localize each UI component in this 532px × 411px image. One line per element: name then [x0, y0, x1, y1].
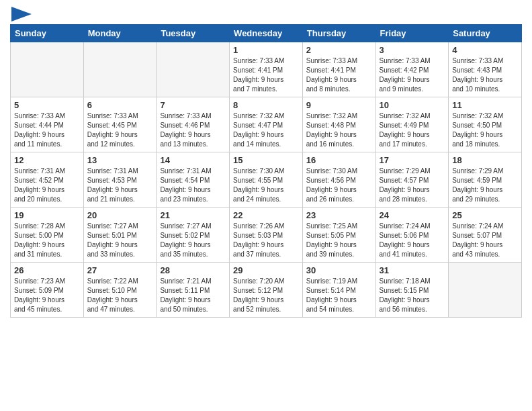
calendar-cell: 5Sunrise: 7:33 AM Sunset: 4:44 PM Daylig…	[11, 97, 84, 152]
weekday-header-saturday: Saturday	[449, 25, 522, 42]
calendar-cell: 8Sunrise: 7:32 AM Sunset: 4:47 PM Daylig…	[230, 97, 303, 152]
calendar-cell	[11, 42, 84, 97]
day-number: 13	[87, 155, 153, 165]
day-number: 22	[233, 210, 299, 220]
day-number: 5	[14, 100, 80, 110]
day-number: 30	[306, 265, 372, 275]
day-info: Sunrise: 7:33 AM Sunset: 4:44 PM Dayligh…	[14, 111, 80, 149]
calendar-cell: 6Sunrise: 7:33 AM Sunset: 4:45 PM Daylig…	[83, 97, 157, 152]
calendar-cell: 7Sunrise: 7:33 AM Sunset: 4:46 PM Daylig…	[157, 97, 230, 152]
calendar-cell	[83, 42, 157, 97]
day-number: 20	[87, 210, 153, 220]
calendar-cell: 11Sunrise: 7:32 AM Sunset: 4:50 PM Dayli…	[449, 97, 522, 152]
calendar-cell: 14Sunrise: 7:31 AM Sunset: 4:54 PM Dayli…	[157, 152, 230, 208]
day-info: Sunrise: 7:32 AM Sunset: 4:48 PM Dayligh…	[306, 111, 372, 149]
day-number: 25	[452, 210, 518, 220]
day-number: 26	[14, 265, 80, 275]
weekday-header-row: SundayMondayTuesdayWednesdayThursdayFrid…	[11, 25, 522, 42]
day-number: 11	[452, 100, 518, 110]
day-info: Sunrise: 7:24 AM Sunset: 5:07 PM Dayligh…	[452, 222, 518, 259]
day-info: Sunrise: 7:31 AM Sunset: 4:52 PM Dayligh…	[14, 167, 80, 204]
day-info: Sunrise: 7:33 AM Sunset: 4:41 PM Dayligh…	[233, 56, 299, 94]
calendar-cell: 18Sunrise: 7:29 AM Sunset: 4:59 PM Dayli…	[449, 152, 522, 208]
day-info: Sunrise: 7:24 AM Sunset: 5:06 PM Dayligh…	[380, 222, 445, 259]
weekday-header-wednesday: Wednesday	[230, 25, 303, 42]
calendar-cell: 26Sunrise: 7:23 AM Sunset: 5:09 PM Dayli…	[11, 263, 84, 318]
calendar-cell: 21Sunrise: 7:27 AM Sunset: 5:02 PM Dayli…	[157, 208, 230, 263]
day-number: 31	[380, 265, 445, 275]
calendar-cell: 23Sunrise: 7:25 AM Sunset: 5:05 PM Dayli…	[302, 208, 375, 263]
day-number: 8	[233, 100, 299, 110]
weekday-header-friday: Friday	[375, 25, 449, 42]
day-number: 12	[14, 155, 80, 165]
calendar-cell: 30Sunrise: 7:19 AM Sunset: 5:14 PM Dayli…	[302, 263, 375, 318]
day-info: Sunrise: 7:31 AM Sunset: 4:53 PM Dayligh…	[87, 167, 153, 204]
day-number: 3	[380, 45, 445, 55]
day-info: Sunrise: 7:29 AM Sunset: 4:57 PM Dayligh…	[380, 167, 445, 204]
day-info: Sunrise: 7:26 AM Sunset: 5:03 PM Dayligh…	[233, 222, 299, 259]
day-info: Sunrise: 7:33 AM Sunset: 4:46 PM Dayligh…	[160, 111, 226, 149]
day-info: Sunrise: 7:25 AM Sunset: 5:05 PM Dayligh…	[306, 222, 372, 259]
day-info: Sunrise: 7:19 AM Sunset: 5:14 PM Dayligh…	[306, 277, 372, 314]
day-number: 15	[233, 155, 299, 165]
day-info: Sunrise: 7:20 AM Sunset: 5:12 PM Dayligh…	[233, 277, 299, 314]
calendar-cell: 17Sunrise: 7:29 AM Sunset: 4:57 PM Dayli…	[375, 152, 449, 208]
day-number: 27	[87, 265, 153, 275]
day-info: Sunrise: 7:21 AM Sunset: 5:11 PM Dayligh…	[160, 277, 226, 314]
day-info: Sunrise: 7:33 AM Sunset: 4:43 PM Dayligh…	[452, 56, 518, 94]
day-info: Sunrise: 7:30 AM Sunset: 4:55 PM Dayligh…	[233, 167, 299, 204]
week-row-1: 1Sunrise: 7:33 AM Sunset: 4:41 PM Daylig…	[11, 42, 522, 97]
week-row-3: 12Sunrise: 7:31 AM Sunset: 4:52 PM Dayli…	[11, 152, 522, 208]
day-number: 24	[380, 210, 445, 220]
day-info: Sunrise: 7:32 AM Sunset: 4:49 PM Dayligh…	[380, 111, 445, 149]
calendar-table: SundayMondayTuesdayWednesdayThursdayFrid…	[10, 24, 522, 318]
day-number: 7	[160, 100, 226, 110]
day-info: Sunrise: 7:33 AM Sunset: 4:45 PM Dayligh…	[87, 111, 153, 149]
day-number: 9	[306, 100, 372, 110]
day-number: 10	[380, 100, 445, 110]
calendar-cell: 31Sunrise: 7:18 AM Sunset: 5:15 PM Dayli…	[375, 263, 449, 318]
calendar-cell: 28Sunrise: 7:21 AM Sunset: 5:11 PM Dayli…	[157, 263, 230, 318]
day-info: Sunrise: 7:29 AM Sunset: 4:59 PM Dayligh…	[452, 167, 518, 204]
day-info: Sunrise: 7:33 AM Sunset: 4:42 PM Dayligh…	[380, 56, 445, 94]
logo	[10, 7, 32, 19]
svg-marker-0	[11, 7, 32, 21]
calendar-cell: 13Sunrise: 7:31 AM Sunset: 4:53 PM Dayli…	[83, 152, 157, 208]
calendar-cell	[157, 42, 230, 97]
calendar-cell: 22Sunrise: 7:26 AM Sunset: 5:03 PM Dayli…	[230, 208, 303, 263]
weekday-header-monday: Monday	[83, 25, 157, 42]
day-number: 29	[233, 265, 299, 275]
calendar-cell: 2Sunrise: 7:33 AM Sunset: 4:41 PM Daylig…	[302, 42, 375, 97]
day-info: Sunrise: 7:33 AM Sunset: 4:41 PM Dayligh…	[306, 56, 372, 94]
week-row-5: 26Sunrise: 7:23 AM Sunset: 5:09 PM Dayli…	[11, 263, 522, 318]
calendar-cell: 24Sunrise: 7:24 AM Sunset: 5:06 PM Dayli…	[375, 208, 449, 263]
calendar-cell: 16Sunrise: 7:30 AM Sunset: 4:56 PM Dayli…	[302, 152, 375, 208]
week-row-2: 5Sunrise: 7:33 AM Sunset: 4:44 PM Daylig…	[11, 97, 522, 152]
day-info: Sunrise: 7:28 AM Sunset: 5:00 PM Dayligh…	[14, 222, 80, 259]
day-info: Sunrise: 7:32 AM Sunset: 4:47 PM Dayligh…	[233, 111, 299, 149]
logo-arrow-icon	[11, 7, 32, 21]
calendar-cell: 19Sunrise: 7:28 AM Sunset: 5:00 PM Dayli…	[11, 208, 84, 263]
day-number: 14	[160, 155, 226, 165]
calendar-cell	[449, 263, 522, 318]
day-number: 2	[306, 45, 372, 55]
day-info: Sunrise: 7:27 AM Sunset: 5:02 PM Dayligh…	[160, 222, 226, 259]
day-number: 21	[160, 210, 226, 220]
day-info: Sunrise: 7:23 AM Sunset: 5:09 PM Dayligh…	[14, 277, 80, 314]
calendar-cell: 1Sunrise: 7:33 AM Sunset: 4:41 PM Daylig…	[230, 42, 303, 97]
day-number: 19	[14, 210, 80, 220]
calendar-cell: 29Sunrise: 7:20 AM Sunset: 5:12 PM Dayli…	[230, 263, 303, 318]
day-number: 6	[87, 100, 153, 110]
day-number: 23	[306, 210, 372, 220]
calendar-cell: 10Sunrise: 7:32 AM Sunset: 4:49 PM Dayli…	[375, 97, 449, 152]
day-info: Sunrise: 7:32 AM Sunset: 4:50 PM Dayligh…	[452, 111, 518, 149]
calendar-cell: 15Sunrise: 7:30 AM Sunset: 4:55 PM Dayli…	[230, 152, 303, 208]
calendar-cell: 3Sunrise: 7:33 AM Sunset: 4:42 PM Daylig…	[375, 42, 449, 97]
weekday-header-thursday: Thursday	[302, 25, 375, 42]
day-number: 4	[452, 45, 518, 55]
header	[10, 7, 522, 19]
day-info: Sunrise: 7:31 AM Sunset: 4:54 PM Dayligh…	[160, 167, 226, 204]
week-row-4: 19Sunrise: 7:28 AM Sunset: 5:00 PM Dayli…	[11, 208, 522, 263]
calendar-cell: 9Sunrise: 7:32 AM Sunset: 4:48 PM Daylig…	[302, 97, 375, 152]
page-container: SundayMondayTuesdayWednesdayThursdayFrid…	[0, 0, 532, 411]
